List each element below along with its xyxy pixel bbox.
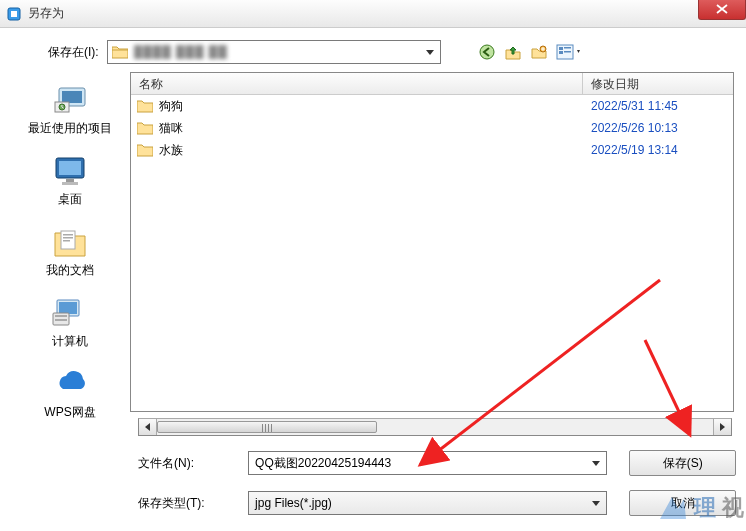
filetype-value: jpg Files(*.jpg) — [255, 496, 332, 510]
file-name: 狗狗 — [159, 98, 583, 115]
sidebar-item-computer[interactable]: 计算机 — [10, 291, 130, 358]
computer-icon — [51, 295, 89, 331]
svg-rect-6 — [559, 51, 563, 54]
title-bar: 另存为 — [0, 0, 746, 28]
location-value: ████ ███ ██ — [134, 45, 436, 59]
svg-rect-16 — [62, 182, 78, 185]
filename-label: 文件名(N): — [138, 455, 230, 472]
filename-value: QQ截图20220425194443 — [255, 455, 391, 472]
svg-rect-18 — [63, 234, 73, 236]
filetype-select[interactable]: jpg Files(*.jpg) — [248, 491, 607, 515]
places-sidebar: 最近使用的项目 桌面 我的文档 计算机 — [10, 72, 130, 412]
location-row: 保存在(I): ████ ███ ██ — [48, 40, 736, 64]
svg-point-2 — [480, 45, 494, 59]
folder-icon — [137, 121, 153, 135]
save-in-label: 保存在(I): — [48, 44, 99, 61]
app-icon — [6, 6, 22, 22]
save-button[interactable]: 保存(S) — [629, 450, 736, 476]
svg-rect-19 — [63, 237, 73, 239]
scroll-right-arrow[interactable] — [713, 419, 731, 435]
sidebar-item-label: WPS网盘 — [44, 404, 95, 421]
up-icon[interactable] — [503, 42, 523, 62]
svg-rect-22 — [59, 302, 77, 314]
svg-rect-15 — [66, 179, 74, 182]
watermark-text: 视 — [722, 493, 746, 523]
svg-rect-7 — [564, 47, 571, 49]
svg-rect-20 — [63, 240, 70, 242]
window-buttons — [698, 0, 746, 20]
location-combo[interactable]: ████ ███ ██ — [107, 40, 441, 64]
file-row[interactable]: 猫咪 2022/5/26 10:13 — [131, 117, 733, 139]
file-name: 水族 — [159, 142, 583, 159]
recent-icon — [51, 82, 89, 118]
svg-rect-14 — [59, 161, 81, 175]
scroll-thumb[interactable] — [157, 421, 377, 433]
sidebar-item-wps[interactable]: WPS网盘 — [10, 362, 130, 429]
dialog-body: 保存在(I): ████ ███ ██ — [0, 28, 746, 516]
back-icon[interactable] — [477, 42, 497, 62]
folder-icon — [137, 143, 153, 157]
sidebar-item-label: 计算机 — [52, 333, 88, 350]
filename-input[interactable]: QQ截图20220425194443 — [248, 451, 607, 475]
svg-rect-8 — [564, 51, 571, 53]
filename-dropdown-arrow[interactable] — [588, 454, 604, 472]
documents-icon — [51, 224, 89, 260]
watermark-logo-icon — [656, 491, 690, 525]
bottom-controls: 文件名(N): QQ截图20220425194443 保存(S) 保存类型(T)… — [138, 450, 736, 516]
filetype-label: 保存类型(T): — [138, 495, 230, 512]
svg-rect-10 — [62, 91, 82, 103]
horizontal-scrollbar[interactable] — [138, 418, 732, 436]
file-list-header: 名称 修改日期 — [131, 73, 733, 95]
col-date-header[interactable]: 修改日期 — [583, 73, 733, 94]
wps-cloud-icon — [51, 366, 89, 402]
svg-rect-25 — [55, 319, 67, 321]
sidebar-item-label: 我的文档 — [46, 262, 94, 279]
folder-icon — [137, 99, 153, 113]
sidebar-item-desktop[interactable]: 桌面 — [10, 149, 130, 216]
svg-rect-1 — [11, 11, 17, 17]
file-list-panel: 名称 修改日期 狗狗 2022/5/31 11:45 猫咪 2022/5/26 … — [130, 72, 734, 412]
desktop-icon — [51, 153, 89, 189]
scroll-left-arrow[interactable] — [139, 419, 157, 435]
sidebar-item-label: 桌面 — [58, 191, 82, 208]
file-row[interactable]: 水族 2022/5/19 13:14 — [131, 139, 733, 161]
nav-icon-group — [477, 42, 585, 62]
folder-icon — [112, 45, 128, 59]
col-name-header[interactable]: 名称 — [131, 73, 583, 94]
watermark: 理 视 — [656, 491, 746, 525]
close-button[interactable] — [698, 0, 746, 20]
main-area: 最近使用的项目 桌面 我的文档 计算机 — [10, 72, 736, 412]
svg-rect-5 — [559, 47, 563, 50]
file-date: 2022/5/31 11:45 — [583, 99, 733, 113]
file-date: 2022/5/19 13:14 — [583, 143, 733, 157]
filetype-dropdown-arrow[interactable] — [588, 494, 604, 512]
sidebar-item-recent[interactable]: 最近使用的项目 — [10, 78, 130, 145]
location-dropdown-arrow[interactable] — [422, 43, 438, 61]
window-title: 另存为 — [28, 5, 64, 22]
sidebar-item-label: 最近使用的项目 — [28, 120, 112, 137]
sidebar-item-documents[interactable]: 我的文档 — [10, 220, 130, 287]
file-name: 猫咪 — [159, 120, 583, 137]
file-row[interactable]: 狗狗 2022/5/31 11:45 — [131, 95, 733, 117]
new-folder-icon[interactable] — [529, 42, 549, 62]
watermark-text: 理 — [694, 493, 718, 523]
file-list[interactable]: 狗狗 2022/5/31 11:45 猫咪 2022/5/26 10:13 水族… — [131, 95, 733, 411]
file-date: 2022/5/26 10:13 — [583, 121, 733, 135]
views-icon[interactable] — [555, 42, 585, 62]
svg-rect-24 — [55, 315, 67, 317]
